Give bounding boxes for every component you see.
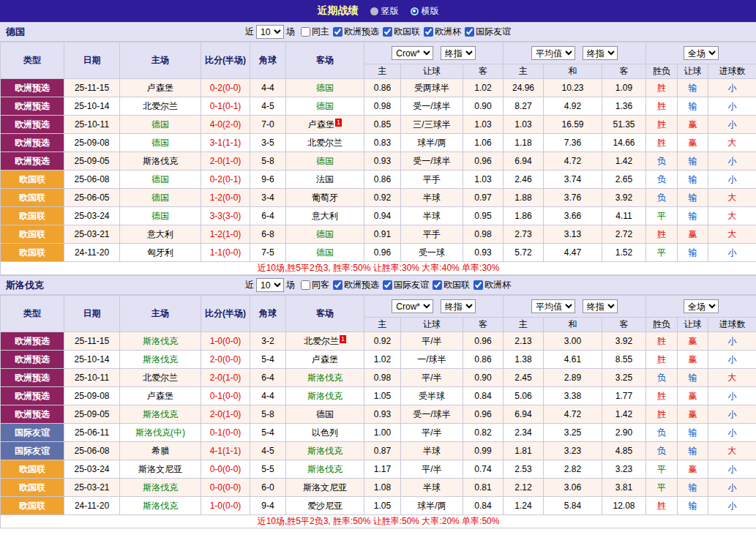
scope-select[interactable]: 全场 [684,46,719,60]
filter-checkbox-nations-league[interactable]: 欧国联 [383,26,420,38]
match-type-badge: 欧国联 [1,171,64,189]
home-team-name[interactable]: 德国 [151,211,169,221]
match-type-badge: 欧国联 [1,207,64,225]
home-team-name[interactable]: 斯洛伐克(中) [135,427,185,438]
corner-score: 6-4 [250,369,286,387]
home-team-name[interactable]: 斯洛伐克 [143,409,178,419]
away-team-name[interactable]: 德国 [316,247,334,258]
asian-final-select[interactable]: 终指 [441,46,476,60]
asian-home-odds: 0.96 [364,244,401,262]
asian-away-odds: 0.98 [463,225,504,244]
euro-draw-odds: 3.76 [544,189,602,207]
home-team-name[interactable]: 卢森堡 [147,391,173,401]
filter-checkbox-nations-league[interactable]: 欧国联 [433,279,470,291]
home-team-cell: 北爱尔兰 [120,97,201,116]
away-team-name[interactable]: 斯洛伐克 [307,446,343,456]
filter-checkbox-euro-cup[interactable]: 欧洲杯 [424,26,461,38]
euro-draw-odds: 4.61 [544,351,602,369]
away-team-name[interactable]: 斯洛伐克 [307,391,343,401]
handicap-line: 球半/两 [401,134,463,152]
filter-checkbox-euro-cup[interactable]: 欧洲杯 [474,279,511,291]
col-type: 类型 [1,296,64,332]
filter-checkbox-input[interactable] [383,27,392,37]
bookmaker-select[interactable]: Crow* [392,46,433,60]
home-team-name[interactable]: 斯洛伐克 [143,336,178,346]
filter-checkbox-input[interactable] [301,280,310,290]
euro-home-odds: 1.86 [504,207,544,225]
euro-avg-select[interactable]: 平均值 [531,299,575,313]
away-team-cell: 斯洛伐克 [286,442,364,460]
goals-result: 小 [708,244,756,262]
euro-avg-select[interactable]: 平均值 [531,46,575,60]
away-team-cell: 法国 [286,171,364,189]
layout-radio-vertical[interactable]: 竖版 [370,5,399,18]
away-team-name[interactable]: 意大利 [312,211,338,221]
asian-final-select[interactable]: 终指 [441,299,476,313]
handicap-line: 受一/球半 [401,405,463,424]
home-team-name[interactable]: 希腊 [151,446,169,456]
away-team-name[interactable]: 北爱尔兰 [307,138,343,148]
home-team-name[interactable]: 德国 [151,138,169,148]
recent-count-select[interactable]: 10 [256,278,284,292]
filter-checkbox-same-home[interactable]: 同主 [301,26,329,38]
away-team-name[interactable]: 斯洛伐克 [307,373,343,383]
filter-checkbox-euro-qualifiers[interactable]: 欧洲预选 [333,26,379,38]
away-team-name[interactable]: 斯洛伐克 [307,464,343,474]
away-team-name[interactable]: 德国 [316,83,334,93]
filter-checkbox-euro-qualifiers[interactable]: 欧洲预选 [333,279,379,291]
full-time-result: 负 [646,152,678,171]
away-team-name[interactable]: 斯洛文尼亚 [303,482,347,493]
filter-checkbox-input[interactable] [301,27,310,37]
filter-checkbox-input[interactable] [465,27,474,37]
filter-checkbox-input[interactable] [433,280,442,290]
away-team-name[interactable]: 卢森堡 [312,354,338,364]
home-team-name[interactable]: 斯洛伐克 [143,156,178,166]
away-team-name[interactable]: 卢森堡 [308,119,334,130]
away-team-name[interactable]: 北爱尔兰 [304,336,339,346]
away-team-name[interactable]: 德国 [316,229,334,239]
filter-checkbox-same-away[interactable]: 同客 [301,279,329,291]
handicap-result: 输 [678,244,708,262]
away-team-name[interactable]: 德国 [316,156,334,166]
asian-away-odds: 1.06 [463,134,504,152]
home-team-name[interactable]: 匈牙利 [147,247,173,258]
away-team-name[interactable]: 法国 [316,174,334,184]
away-team-name[interactable]: 德国 [316,101,334,111]
euro-home-odds: 2.45 [504,369,544,387]
euro-final-select[interactable]: 终指 [583,46,618,60]
euro-home-odds: 5.72 [504,244,544,262]
recent-count-select[interactable]: 10 [256,25,284,39]
filter-checkbox-input[interactable] [424,27,433,37]
home-team-name[interactable]: 斯洛伐克 [143,354,178,364]
goals-result: 小 [708,497,756,515]
filter-checkbox-input[interactable] [333,27,343,37]
away-team-name[interactable]: 爱沙尼亚 [307,501,343,511]
home-team-name[interactable]: 德国 [151,192,169,203]
home-team-name[interactable]: 斯洛文尼亚 [138,464,182,474]
away-team-name[interactable]: 德国 [316,409,334,419]
home-team-name[interactable]: 斯洛伐克 [143,501,178,511]
away-team-name[interactable]: 葡萄牙 [312,192,338,203]
euro-home-odds: 2.13 [504,332,544,351]
euro-draw-odds: 3.06 [544,479,602,497]
home-team-name[interactable]: 德国 [151,119,169,130]
euro-final-select[interactable]: 终指 [583,299,618,313]
home-team-name[interactable]: 斯洛伐克 [143,482,178,493]
home-team-name[interactable]: 意大利 [147,229,173,239]
filter-checkbox-input[interactable] [474,280,483,290]
filter-checkbox-input[interactable] [333,280,343,290]
filter-checkbox-friendly[interactable]: 国际友谊 [465,26,511,38]
bookmaker-select[interactable]: Crow* [392,299,433,313]
home-team-cell: 斯洛伐克 [120,479,201,497]
layout-radio-horizontal[interactable]: 横版 [411,5,439,18]
home-team-name[interactable]: 卢森堡 [147,83,173,93]
match-type-badge: 国际友谊 [1,442,64,460]
filter-checkbox-friendly[interactable]: 国际友谊 [383,279,429,291]
away-team-name[interactable]: 以色列 [312,427,338,438]
match-row: 欧洲预选25-11-15卢森堡0-2(0-0)4-4德国0.86受两球半1.02… [1,79,756,97]
scope-select[interactable]: 全场 [684,299,719,313]
home-team-name[interactable]: 北爱尔兰 [143,101,178,111]
filter-checkbox-input[interactable] [383,280,392,290]
home-team-name[interactable]: 德国 [151,174,169,184]
home-team-name[interactable]: 北爱尔兰 [143,373,178,383]
